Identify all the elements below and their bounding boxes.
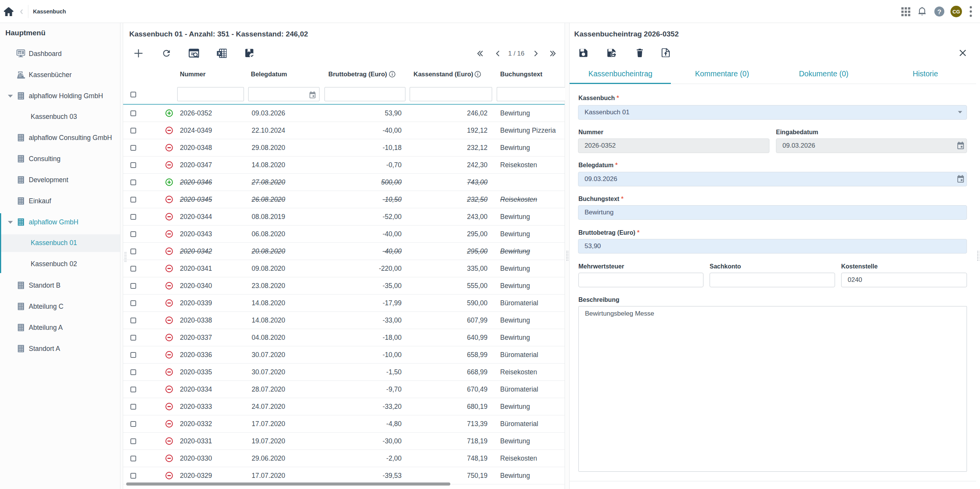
svg-text:CG: CG [952, 9, 960, 15]
svg-text:?: ? [937, 8, 941, 16]
